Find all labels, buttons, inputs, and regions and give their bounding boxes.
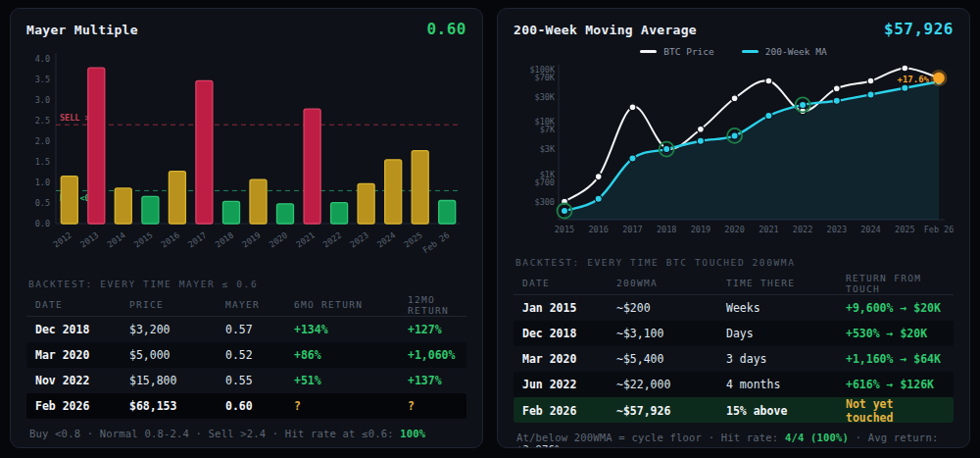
footnote-segment: Buy <0.8 · Normal 0.8-2.4 · Sell >2.4 · …: [29, 428, 400, 439]
current-price-dot[interactable]: [933, 73, 945, 84]
table-cell: Mar 2020: [522, 352, 616, 366]
y-tick-label: 1.5: [35, 157, 50, 167]
table-cell: Jan 2015: [522, 301, 616, 315]
btc-price-point[interactable]: [595, 174, 602, 180]
200wma-current-value: $57,926: [884, 20, 954, 38]
legend-item-btc-price[interactable]: BTC Price: [640, 46, 713, 57]
table-cell: 0.57: [225, 323, 294, 336]
x-tick-label: 2021: [294, 229, 317, 249]
200wma-point[interactable]: [595, 195, 602, 202]
y-tick-label: 2.0: [35, 136, 50, 146]
x-tick-label: 2018: [657, 225, 676, 234]
premium-annotation: +17.6%: [897, 75, 929, 84]
table-cell: +137%: [408, 374, 458, 387]
200wma-point[interactable]: [663, 146, 670, 153]
mayer-bar-2018[interactable]: [223, 201, 240, 224]
table-cell: Jun 2022: [522, 378, 616, 391]
btc-price-point[interactable]: [765, 77, 772, 84]
200wma-point[interactable]: [867, 91, 874, 98]
200wma-point[interactable]: [697, 137, 704, 144]
table-cell: Feb 2026: [35, 399, 129, 413]
200wma-point[interactable]: [765, 112, 772, 119]
mayer-bar-2012[interactable]: [61, 177, 77, 224]
y-tick-label: 1.0: [35, 178, 50, 187]
x-tick-label: 2023: [827, 225, 847, 234]
mayer-bar-2019[interactable]: [250, 179, 267, 224]
bar-chart-svg: 0.00.51.01.52.02.53.03.54.0SELL >2.4BUY …: [26, 45, 466, 267]
x-tick-label: 2012: [51, 229, 74, 249]
btc-price-point[interactable]: [731, 95, 738, 102]
mayer-bar-2022[interactable]: [331, 203, 348, 224]
btc-price-point[interactable]: [833, 85, 840, 92]
x-tick-label: Feb 26: [924, 225, 954, 234]
btc-price-swatch: [640, 50, 657, 53]
mayer-multiple-panel: Mayer Multiple 0.60 0.00.51.01.52.02.53.…: [10, 8, 483, 448]
table-row: Feb 2026$68,1530.60??: [26, 393, 466, 419]
mayer-backtest-table: DATEPRICEMAYER6MO RETURN12MO RETURNDec 2…: [26, 293, 466, 419]
legend-item-200wma[interactable]: 200-Week MA: [742, 46, 827, 57]
mayer-bar-2023[interactable]: [358, 183, 374, 224]
btc-price-point[interactable]: [629, 104, 636, 111]
table-cell: ~$3,100: [616, 327, 726, 340]
legend-label: 200-Week MA: [765, 46, 827, 57]
mayer-bar-2015[interactable]: [142, 196, 159, 224]
btc-price-point[interactable]: [867, 77, 874, 84]
y-tick-label: $7K: [540, 125, 556, 134]
chart-legend: BTC Price 200-Week MA: [514, 43, 954, 59]
mayer-bar-2025[interactable]: [412, 151, 428, 224]
legend-label: BTC Price: [663, 46, 713, 57]
footnote-segment: 4/4 (100%): [785, 432, 849, 443]
dashboard: Mayer Multiple 0.60 0.00.51.01.52.02.53.…: [0, 0, 980, 456]
table-header-row: DATEPRICEMAYER6MO RETURN12MO RETURN: [26, 293, 466, 317]
panel-title: Mayer Multiple: [26, 23, 138, 37]
x-tick-label: 2019: [240, 229, 263, 249]
table-cell: Dec 2018: [522, 327, 616, 340]
y-tick-label: 4.0: [35, 54, 50, 64]
table-cell: ~$57,926: [616, 404, 726, 418]
btc-price-point[interactable]: [902, 65, 908, 72]
column-header: DATE: [522, 278, 616, 288]
200wma-point[interactable]: [561, 207, 567, 214]
table-cell: ~$22,000: [616, 378, 726, 391]
mayer-bar-2013[interactable]: [88, 68, 105, 224]
200wma-point[interactable]: [731, 132, 738, 139]
mayer-bar-chart: 0.00.51.01.52.02.53.03.54.0SELL >2.4BUY …: [26, 45, 466, 271]
table-cell: +1,060%: [408, 348, 458, 362]
200wma-point[interactable]: [629, 155, 636, 162]
footnote-segment: +2,976%: [516, 443, 562, 448]
table-row: Mar 2020$5,0000.52+86%+1,060%: [26, 342, 466, 368]
table-cell: $15,800: [129, 374, 225, 387]
x-tick-label: 2021: [759, 225, 778, 234]
y-tick-label: 3.5: [35, 75, 50, 84]
mayer-bar-2014[interactable]: [115, 188, 131, 224]
200wma-line-chart: $100K$70K$30K$10K$7K$3K$1K$700$300201520…: [514, 63, 954, 249]
y-tick-label: 3.0: [35, 95, 50, 105]
mayer-current-value: 0.60: [426, 20, 466, 38]
mayer-bar-Feb-26[interactable]: [439, 201, 456, 225]
column-header: 12MO RETURN: [408, 294, 458, 316]
mayer-bar-2024[interactable]: [385, 160, 402, 224]
table-cell: +127%: [408, 323, 458, 336]
table-cell: ~$5,400: [616, 352, 726, 366]
table-cell: 0.55: [225, 374, 294, 387]
table-cell: +9,600% → $20K: [846, 301, 945, 315]
mayer-bar-2017[interactable]: [196, 80, 213, 224]
x-tick-label: 2015: [555, 225, 574, 234]
table-cell: 15% above: [726, 404, 846, 418]
column-header: TIME THERE: [726, 278, 846, 288]
y-tick-label: $70K: [535, 73, 556, 82]
table-cell: 3 days: [726, 352, 846, 366]
mayer-bar-2021[interactable]: [304, 109, 320, 224]
200wma-point[interactable]: [833, 97, 840, 104]
column-header: 6MO RETURN: [294, 299, 408, 310]
table-cell: Days: [726, 327, 846, 340]
200wma-point[interactable]: [902, 84, 908, 91]
200wma-point[interactable]: [800, 101, 807, 108]
btc-price-point[interactable]: [698, 126, 705, 132]
table-cell: +51%: [294, 374, 408, 387]
panel-header: Mayer Multiple 0.60: [26, 20, 466, 41]
mayer-bar-2016[interactable]: [169, 172, 185, 224]
table-cell: 0.60: [225, 399, 294, 413]
column-header: MAYER: [225, 299, 294, 310]
mayer-bar-2020[interactable]: [277, 204, 294, 224]
